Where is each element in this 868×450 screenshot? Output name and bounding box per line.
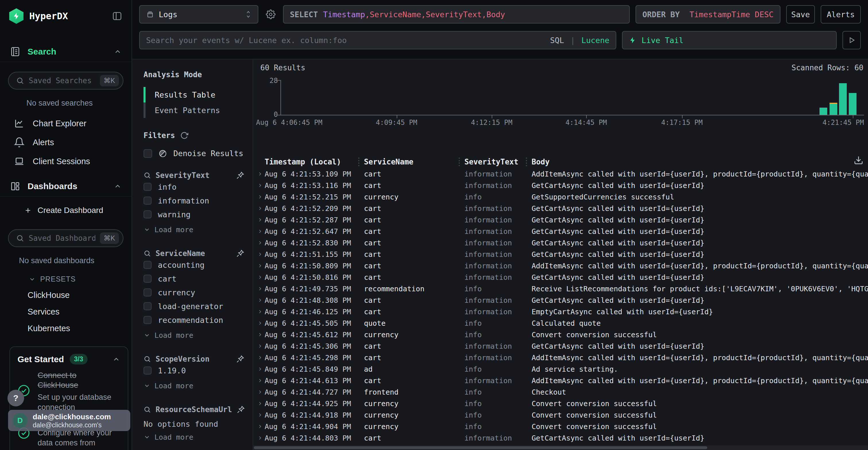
pin-icon[interactable] (236, 249, 245, 258)
event-search-box[interactable]: SQL | Lucene (139, 31, 616, 50)
load-more-button[interactable]: Load more (144, 223, 245, 236)
refresh-icon[interactable] (180, 131, 188, 139)
column-separator[interactable] (358, 158, 360, 166)
live-tail-button[interactable]: Live Tail (622, 31, 837, 50)
mode-toggle-lucene[interactable]: Lucene (581, 36, 609, 45)
row-expand-icon[interactable] (257, 171, 263, 177)
row-expand-icon[interactable] (257, 343, 263, 349)
table-row[interactable]: Aug 6 4:21:44.925 PMcurrencyinfoConvert … (253, 398, 868, 410)
row-expand-icon[interactable] (257, 332, 263, 338)
row-expand-icon[interactable] (257, 297, 263, 303)
table-row[interactable]: Aug 6 4:21:50.809 PMcartinformationAddIt… (253, 260, 868, 272)
filter-option[interactable]: currency (144, 286, 245, 299)
create-dashboard-button[interactable]: + Create Dashboard (0, 201, 131, 220)
chart-bar-info[interactable] (819, 108, 827, 115)
filter-option[interactable]: recommendation (144, 313, 245, 327)
row-expand-icon[interactable] (257, 240, 263, 246)
get-started-step-1[interactable]: Connect to ClickHouse Set up your databa… (38, 371, 112, 412)
pin-icon[interactable] (236, 355, 245, 363)
run-query-play-button[interactable] (842, 31, 861, 50)
row-expand-icon[interactable] (257, 435, 263, 441)
row-expand-icon[interactable] (257, 389, 263, 395)
chart-bar-info[interactable] (830, 104, 837, 115)
sidebar-item-alerts[interactable]: Alerts (0, 133, 131, 152)
saved-dashboards-input[interactable] (29, 234, 95, 243)
row-expand-icon[interactable] (257, 217, 263, 223)
filter-option[interactable]: cart (144, 272, 245, 285)
table-row[interactable]: Aug 6 4:21:50.816 PMcartinformationGetCa… (253, 272, 868, 283)
tab-event-patterns[interactable]: Event Patterns (144, 102, 245, 118)
table-row[interactable]: Aug 6 4:21:46.125 PMcartinformationEmpty… (253, 306, 868, 318)
table-row[interactable]: Aug 6 4:21:52.830 PMcartinformationGetCa… (253, 237, 868, 249)
load-more-button[interactable]: Load more (144, 431, 245, 443)
table-row[interactable]: Aug 6 4:21:45.298 PMcartinformationAddIt… (253, 352, 868, 364)
row-expand-icon[interactable] (257, 205, 263, 211)
tab-results-table[interactable]: Results Table (144, 87, 245, 102)
column-separator[interactable] (459, 158, 460, 166)
saved-searches-search[interactable]: ⌘K (8, 72, 123, 90)
sidebar-collapse-icon[interactable] (112, 10, 123, 22)
table-row[interactable]: Aug 6 4:21:44.918 PMcurrencyinfoConvert … (253, 410, 868, 421)
chart-bar-info[interactable] (849, 93, 857, 115)
search-input[interactable] (146, 36, 546, 45)
pin-icon[interactable] (236, 171, 245, 180)
save-button[interactable]: Save (786, 5, 815, 24)
saved-searches-input[interactable] (29, 76, 95, 85)
column-header-body[interactable]: Body (532, 156, 550, 167)
table-row[interactable]: Aug 6 4:21:45.505 PMquoteinfoCalculated … (253, 318, 868, 329)
column-header-timestamp[interactable]: Timestamp (Local) (265, 156, 341, 167)
mode-toggle-sql[interactable]: SQL (550, 36, 564, 45)
load-more-button[interactable]: Load more (144, 329, 245, 342)
chart-bar-info[interactable] (839, 83, 847, 115)
chevron-up-icon[interactable] (114, 182, 122, 190)
filter-option-checkbox[interactable] (144, 197, 152, 205)
table-row[interactable]: Aug 6 4:21:52.647 PMcartinformationGetCa… (253, 226, 868, 237)
table-row[interactable]: Aug 6 4:21:53.109 PMcartinformationAddIt… (253, 168, 868, 180)
horizontal-scrollbar[interactable] (253, 445, 868, 450)
row-expand-icon[interactable] (257, 228, 263, 234)
table-row[interactable]: Aug 6 4:21:48.308 PMcartinformationGetCa… (253, 295, 868, 306)
table-row[interactable]: Aug 6 4:21:51.155 PMcartinformationGetCa… (253, 249, 868, 260)
row-expand-icon[interactable] (257, 424, 263, 429)
help-button[interactable]: ? (7, 390, 24, 406)
preset-kubernetes[interactable]: Kubernetes (0, 320, 131, 336)
order-by-input[interactable]: ORDER BY TimestampTime DESC (636, 5, 780, 24)
results-histogram[interactable]: 28 0 Aug 6 4:06:45 PM4:09:45 PM4:12:15 P… (253, 76, 864, 128)
presets-toggle[interactable]: PRESETS (0, 275, 131, 283)
row-expand-icon[interactable] (257, 183, 263, 188)
row-expand-icon[interactable] (257, 286, 263, 292)
filter-option[interactable]: 1.19.0 (144, 364, 245, 377)
filter-option[interactable]: warning (144, 208, 245, 221)
saved-dashboards-search[interactable]: ⌘K (8, 229, 123, 247)
sidebar-item-client-sessions[interactable]: Client Sessions (0, 152, 131, 171)
row-expand-icon[interactable] (257, 194, 263, 200)
row-expand-icon[interactable] (257, 320, 263, 326)
table-row[interactable]: Aug 6 4:21:52.215 PMcurrencyinfoGetSuppo… (253, 191, 868, 203)
row-expand-icon[interactable] (257, 366, 263, 372)
pin-icon[interactable] (237, 405, 245, 414)
chevron-up-icon[interactable] (114, 47, 122, 56)
preset-clickhouse[interactable]: ClickHouse (0, 287, 131, 303)
row-expand-icon[interactable] (257, 251, 263, 257)
filter-option-checkbox[interactable] (144, 261, 152, 269)
alerts-button[interactable]: Alerts (820, 5, 861, 24)
sidebar-item-dashboards[interactable]: Dashboards (0, 176, 131, 197)
load-more-button[interactable]: Load more (144, 379, 245, 392)
filter-option-checkbox[interactable] (144, 366, 152, 375)
row-expand-icon[interactable] (257, 275, 263, 280)
row-expand-icon[interactable] (257, 263, 263, 269)
table-row[interactable]: Aug 6 4:21:44.803 PMcartinformationGetCa… (253, 432, 868, 444)
filter-option-checkbox[interactable] (144, 302, 152, 310)
filter-option-checkbox[interactable] (144, 183, 152, 191)
sidebar-item-search[interactable]: Search (0, 41, 131, 62)
table-row[interactable]: Aug 6 4:21:45.612 PMcurrencyinfoConvert … (253, 329, 868, 341)
row-expand-icon[interactable] (257, 378, 263, 383)
table-row[interactable]: Aug 6 4:21:52.287 PMcartinformationGetCa… (253, 214, 868, 226)
scrollbar-thumb[interactable] (254, 446, 707, 449)
get-started-header[interactable]: Get Started 3/3 (18, 354, 120, 364)
user-card[interactable]: D dale@clickhouse.com dale@clickhouse.co… (8, 410, 130, 431)
filter-option[interactable]: accounting (144, 258, 245, 271)
source-select[interactable]: Logs (139, 5, 258, 24)
filter-option[interactable]: info (144, 180, 245, 193)
table-row[interactable]: Aug 6 4:21:44.613 PMcartinformationAddIt… (253, 375, 868, 387)
